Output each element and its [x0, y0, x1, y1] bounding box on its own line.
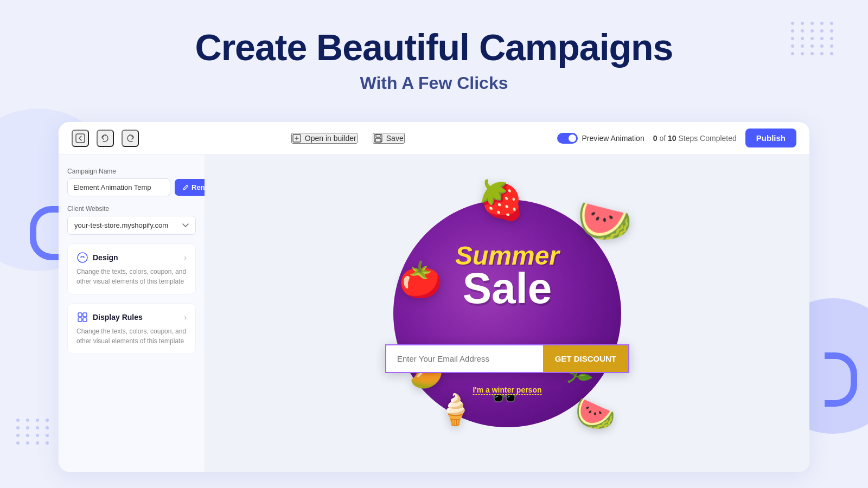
campaign-name-input[interactable]	[67, 178, 170, 196]
steps-of: of	[659, 134, 666, 143]
app-body: Campaign Name Rename Client Website your…	[59, 155, 809, 472]
hero-section: Create Beautiful Campaigns With A Few Cl…	[0, 0, 868, 93]
svg-rect-8	[78, 313, 82, 317]
save-label: Save	[386, 134, 404, 143]
redo-button[interactable]	[122, 130, 139, 147]
preview-label: Preview Animation	[582, 134, 644, 143]
toolbar-center: Open in builder Save	[139, 133, 557, 144]
svg-rect-10	[78, 318, 82, 322]
watermelon-right-decoration: 🍉	[574, 190, 636, 249]
svg-point-7	[84, 256, 85, 257]
design-icon	[76, 252, 88, 264]
steps-total: 10	[668, 134, 676, 143]
hero-title: Create Beautiful Campaigns	[0, 27, 868, 68]
bg-decoration-hook-left	[30, 206, 62, 260]
design-card-header: Design ›	[76, 252, 187, 264]
save-button[interactable]: Save	[373, 133, 405, 144]
steps-completed: 0 of 10 Steps Completed	[653, 134, 737, 143]
svg-rect-4	[375, 138, 381, 142]
design-card-desc: Change the texts, colors, coupon, and ot…	[76, 267, 187, 286]
toggle-switch[interactable]	[557, 133, 578, 144]
popup-winter-link[interactable]: I'm a winter person	[473, 386, 541, 395]
svg-rect-11	[83, 318, 87, 322]
display-rules-card-desc: Change the texts, colors, coupon, and ot…	[76, 326, 187, 346]
toolbar: Open in builder Save Preview Animation 0…	[59, 122, 809, 155]
rename-label: Rename	[192, 183, 205, 191]
display-rules-card-title: Display Rules	[76, 311, 143, 323]
popup-text-area: Summer Sale	[426, 243, 589, 308]
steps-label: Steps Completed	[678, 134, 736, 143]
display-rules-card-chevron: ›	[184, 313, 187, 322]
bg-dots-bottom-left	[16, 419, 51, 445]
design-card-title: Design	[76, 252, 118, 264]
campaign-name-section: Campaign Name Rename	[67, 168, 196, 196]
campaign-name-label: Campaign Name	[67, 168, 196, 175]
display-rules-card-header: Display Rules ›	[76, 311, 187, 323]
rename-button[interactable]: Rename	[175, 179, 205, 196]
popup-email-input[interactable]	[386, 345, 543, 372]
svg-rect-0	[76, 134, 85, 143]
svg-rect-3	[376, 134, 380, 137]
design-card-chevron: ›	[184, 253, 187, 262]
svg-point-6	[81, 256, 82, 257]
popup-cta-button[interactable]: GET DISCOUNT	[543, 345, 628, 372]
display-rules-icon	[76, 311, 88, 323]
strawberry-decoration: 🍓	[477, 178, 525, 222]
preview-area: 🍓 🍉 🍅 🥭 🌿 🍦 🕶️ 🍉 Summer Sale GET DISCOUN…	[205, 155, 809, 472]
publish-button[interactable]: Publish	[745, 129, 796, 147]
svg-rect-9	[83, 313, 87, 317]
popup-email-form: GET DISCOUNT	[385, 344, 629, 373]
toolbar-right: Preview Animation 0 of 10 Steps Complete…	[557, 129, 796, 147]
display-rules-card-title-text: Display Rules	[93, 313, 143, 322]
open-in-builder-label: Open in builder	[305, 134, 356, 143]
toolbar-left	[72, 130, 139, 147]
sidebar: Campaign Name Rename Client Website your…	[59, 155, 205, 472]
popup-sale-text: Sale	[426, 269, 589, 308]
steps-current: 0	[653, 134, 658, 143]
hero-subtitle: With A Few Clicks	[0, 73, 868, 93]
client-website-select[interactable]: your-test-store.myshopify.com	[67, 216, 196, 235]
open-in-builder-button[interactable]: Open in builder	[291, 133, 358, 144]
watermelon-bottom-decoration: 🍉	[575, 394, 616, 433]
campaign-name-row: Rename	[67, 178, 196, 196]
undo-button[interactable]	[97, 130, 114, 147]
svg-point-5	[78, 253, 87, 262]
display-rules-card[interactable]: Display Rules › Change the texts, colors…	[67, 303, 196, 354]
popsicle-decoration: 🍦	[437, 392, 474, 427]
app-window: Open in builder Save Preview Animation 0…	[59, 122, 809, 472]
design-card-title-text: Design	[93, 253, 118, 262]
back-button[interactable]	[72, 130, 89, 147]
client-website-label: Client Website	[67, 205, 196, 213]
design-card[interactable]: Design › Change the texts, colors, coupo…	[67, 243, 196, 294]
preview-toggle[interactable]: Preview Animation	[557, 133, 644, 144]
campaign-popup: 🍓 🍉 🍅 🥭 🌿 🍦 🕶️ 🍉 Summer Sale GET DISCOUN…	[377, 183, 637, 444]
client-website-section: Client Website your-test-store.myshopify…	[67, 205, 196, 235]
